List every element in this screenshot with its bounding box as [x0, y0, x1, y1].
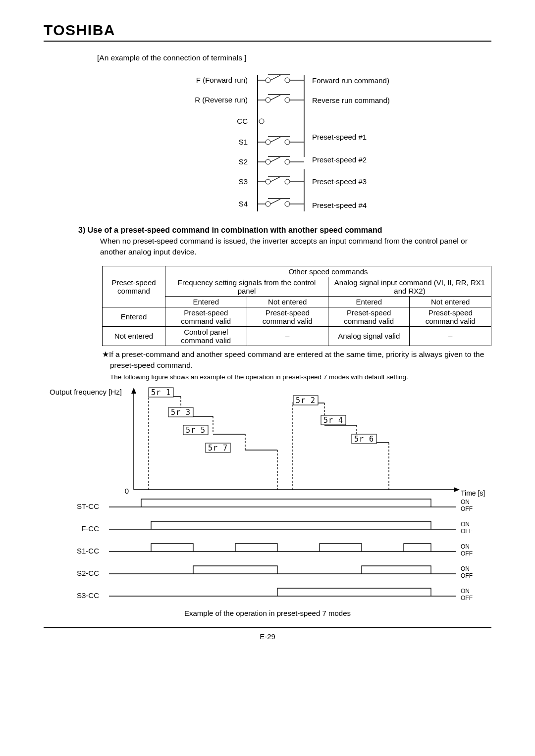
svg-point-8	[285, 78, 290, 83]
preset-speed-table: Preset-speed command Other speed command…	[102, 266, 491, 346]
svg-line-32	[270, 157, 280, 162]
svg-text:ON: ON	[461, 543, 470, 550]
top-rule	[44, 41, 491, 42]
svg-text:OFF: OFF	[461, 505, 473, 512]
svg-line-14	[270, 95, 280, 100]
svg-text:S1-CC: S1-CC	[77, 547, 99, 555]
svg-point-31	[266, 159, 270, 164]
table-cell: Control panel command valid	[165, 326, 247, 346]
col-header: Entered	[328, 296, 409, 307]
svg-text:5r 5: 5r 5	[186, 426, 206, 435]
section-number: 3)	[78, 226, 85, 234]
svg-point-50	[285, 202, 290, 206]
col-header: Entered	[165, 296, 247, 307]
svg-point-20	[259, 119, 264, 124]
svg-point-16	[285, 98, 290, 102]
svg-text:OFF: OFF	[461, 572, 473, 579]
col-group-header: Other speed commands	[165, 266, 491, 277]
svg-text:S1: S1	[239, 138, 248, 146]
svg-text:ST-CC: ST-CC	[77, 502, 99, 510]
section-body: When no preset-speed command is issued, …	[100, 236, 491, 258]
table-cell: Preset-speed command valid	[247, 307, 328, 326]
svg-point-47	[266, 202, 270, 206]
bottom-rule	[44, 627, 491, 628]
col-header: Not entered	[410, 296, 491, 307]
svg-line-6	[270, 75, 280, 80]
svg-text:S2: S2	[239, 157, 248, 166]
col-subgroup: Analog signal input command (VI, II, RR,…	[328, 277, 491, 296]
svg-text:5r 1: 5r 1	[151, 388, 171, 397]
table-cell: –	[247, 326, 328, 346]
table-cell: Analog signal valid	[328, 326, 409, 346]
svg-point-34	[285, 159, 290, 164]
svg-point-23	[266, 140, 270, 145]
svg-text:S3: S3	[239, 177, 248, 186]
svg-marker-55	[131, 388, 136, 394]
svg-text:Preset-speed #1: Preset-speed #1	[312, 133, 367, 141]
svg-text:Output frequency [Hz]: Output frequency [Hz]	[50, 388, 122, 396]
svg-text:OFF: OFF	[461, 550, 473, 557]
table-cell: Preset-speed command valid	[410, 307, 491, 326]
section-title: Use of a preset-speed command in combina…	[88, 226, 382, 234]
section-heading: 3) Use of a preset-speed command in comb…	[78, 226, 491, 235]
svg-text:5r 7: 5r 7	[208, 444, 228, 453]
row-label: Entered	[103, 307, 165, 326]
row-group-header: Preset-speed command	[103, 266, 165, 307]
svg-text:Preset-speed #4: Preset-speed #4	[312, 201, 367, 209]
page-number: E-29	[44, 632, 491, 641]
svg-text:5r 3: 5r 3	[171, 408, 191, 417]
col-subgroup: Frequency setting signals from the contr…	[165, 277, 328, 296]
svg-point-26	[285, 140, 290, 145]
priority-note: ★If a preset-command and another speed c…	[102, 349, 491, 370]
col-header: Not entered	[247, 296, 328, 307]
brand-logo: TOSHIBA	[44, 22, 491, 39]
svg-text:R (Reverse run): R (Reverse run)	[195, 96, 248, 104]
svg-text:OFF: OFF	[461, 595, 473, 602]
svg-text:ON: ON	[461, 499, 470, 505]
svg-text:ON: ON	[461, 521, 470, 528]
terminals-caption: [An example of the connection of termina…	[97, 53, 491, 62]
row-label: Not entered	[103, 326, 165, 346]
timing-diagram: Output frequency [Hz] 0 Time [s]	[45, 386, 490, 618]
table-cell: Preset-speed command valid	[165, 307, 247, 326]
svg-text:Forward run command): Forward run command)	[312, 76, 389, 85]
svg-point-5	[266, 78, 270, 83]
table-cell: Preset-speed command valid	[328, 307, 409, 326]
svg-line-40	[270, 177, 280, 182]
figure-note: The following figure shows an example of…	[110, 373, 491, 381]
svg-text:F-CC: F-CC	[81, 524, 99, 533]
svg-text:Preset-speed #3: Preset-speed #3	[312, 177, 367, 186]
svg-text:S4: S4	[239, 200, 248, 208]
svg-text:ON: ON	[461, 565, 470, 572]
svg-point-13	[266, 98, 270, 102]
svg-text:0: 0	[125, 487, 129, 495]
svg-marker-57	[454, 487, 460, 492]
svg-text:5r 4: 5r 4	[323, 416, 343, 425]
svg-text:CC: CC	[237, 117, 248, 125]
svg-text:OFF: OFF	[461, 528, 473, 535]
svg-text:Example of the operation in pr: Example of the operation in preset-speed…	[184, 609, 351, 617]
table-cell: –	[410, 326, 491, 346]
svg-point-42	[285, 179, 290, 184]
svg-text:Reverse run command): Reverse run command)	[312, 96, 390, 104]
svg-text:S2-CC: S2-CC	[77, 569, 99, 577]
svg-point-39	[266, 179, 270, 184]
svg-text:S3-CC: S3-CC	[77, 591, 99, 600]
svg-line-48	[270, 199, 280, 204]
terminal-diagram: F (Forward run) Forward run command) R (…	[94, 65, 441, 214]
svg-text:5r 6: 5r 6	[354, 435, 374, 444]
svg-text:ON: ON	[461, 588, 470, 595]
svg-text:F (Forward run): F (Forward run)	[196, 76, 248, 84]
svg-text:Preset-speed #2: Preset-speed #2	[312, 155, 367, 164]
svg-text:Time [s]: Time [s]	[461, 489, 485, 497]
svg-text:5r 2: 5r 2	[296, 396, 316, 405]
svg-line-24	[270, 137, 280, 142]
